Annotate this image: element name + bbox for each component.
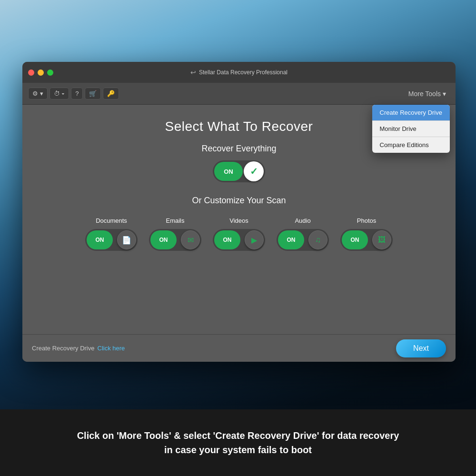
compare-editions-menu-item[interactable]: Compare Editions: [372, 137, 450, 153]
click-here-link[interactable]: Click here: [98, 345, 125, 352]
check-icon: ✓: [250, 166, 258, 177]
audio-toggle-thumb: ♫: [308, 230, 327, 249]
emails-toggle[interactable]: ON ✉: [149, 229, 201, 251]
audio-label: Audio: [295, 217, 310, 224]
documents-toggle-track: ON: [87, 230, 113, 249]
photos-toggle[interactable]: ON 🖼: [340, 229, 393, 251]
file-type-audio: Audio ON ♫: [277, 217, 329, 251]
videos-toggle[interactable]: ON ▶: [213, 229, 265, 251]
cart-button[interactable]: 🛒: [85, 88, 101, 99]
titlebar: ↩ Stellar Data Recovery Professional: [22, 62, 456, 83]
documents-toggle-thumb: 📄: [117, 230, 136, 249]
caption-line1: Click on 'More Tools' & select 'Create R…: [77, 430, 399, 441]
photos-label: Photos: [357, 217, 376, 224]
help-button[interactable]: ?: [71, 88, 83, 99]
email-icon: ✉: [188, 236, 194, 245]
toggle-on-track: ON: [214, 162, 243, 181]
page-title: Select What To Recover: [165, 119, 313, 134]
or-customize-label: Or Customize Your Scan: [192, 196, 286, 206]
more-tools-button[interactable]: More Tools ▾: [405, 88, 450, 99]
traffic-lights: [28, 69, 53, 76]
history-button[interactable]: ⏱ ▾: [50, 88, 69, 99]
photos-toggle-track: ON: [342, 230, 368, 249]
document-icon: 📄: [122, 236, 131, 245]
videos-label: Videos: [229, 217, 248, 224]
recover-everything-toggle[interactable]: ON ✓: [213, 160, 265, 182]
recovery-drive-footer: Create Recovery Drive Click here: [32, 345, 125, 352]
caption-bar: Click on 'More Tools' & select 'Create R…: [0, 409, 476, 476]
toggle-thumb: ✓: [244, 161, 264, 181]
back-arrow-icon: ↩: [190, 69, 196, 76]
file-type-videos: Videos ON ▶: [213, 217, 265, 251]
toolbar: ⚙ ▾ ⏱ ▾ ? 🛒 🔑 More Tools ▾: [22, 83, 456, 105]
photos-toggle-thumb: 🖼: [372, 230, 391, 249]
file-type-photos: Photos ON 🖼: [340, 217, 393, 251]
emails-label: Emails: [166, 217, 184, 224]
emails-toggle-track: ON: [150, 230, 177, 249]
create-recovery-drive-menu-item[interactable]: Create Recovery Drive: [372, 105, 450, 120]
recover-everything-label: Recover Everything: [201, 144, 276, 154]
app-window: ↩ Stellar Data Recovery Professional ⚙ ▾…: [22, 62, 456, 362]
caption-line2: in case your system fails to boot: [164, 445, 312, 455]
maximize-button[interactable]: [47, 69, 53, 76]
toggle-on-label: ON: [224, 168, 233, 175]
videos-toggle-track: ON: [214, 230, 240, 249]
recovery-drive-footer-text: Create Recovery Drive: [32, 345, 95, 352]
emails-toggle-thumb: ✉: [181, 230, 200, 249]
close-button[interactable]: [28, 69, 34, 76]
minimize-button[interactable]: [38, 69, 44, 76]
documents-toggle[interactable]: ON 📄: [85, 229, 138, 251]
video-icon: ▶: [251, 236, 257, 245]
window-title-area: ↩ Stellar Data Recovery Professional: [190, 69, 288, 76]
next-button[interactable]: Next: [396, 339, 446, 357]
key-button[interactable]: 🔑: [103, 88, 119, 99]
caption-text: Click on 'More Tools' & select 'Create R…: [77, 428, 399, 457]
more-tools-label: More Tools: [408, 90, 441, 98]
file-type-emails: Emails ON ✉: [149, 217, 201, 251]
monitor-drive-menu-item[interactable]: Monitor Drive: [372, 121, 450, 137]
more-tools-dropdown: Create Recovery Drive Monitor Drive Comp…: [372, 105, 450, 153]
bottom-bar: Create Recovery Drive Click here Next: [22, 334, 456, 362]
file-type-documents: Documents ON 📄: [85, 217, 138, 251]
videos-toggle-thumb: ▶: [245, 230, 264, 249]
toggle-switch[interactable]: ON ✓: [213, 160, 265, 182]
audio-icon: ♫: [315, 236, 321, 244]
audio-toggle-track: ON: [278, 230, 304, 249]
settings-button[interactable]: ⚙ ▾: [28, 88, 48, 99]
file-types-row: Documents ON 📄 Emails ON ✉: [85, 217, 393, 251]
documents-label: Documents: [96, 217, 127, 224]
audio-toggle[interactable]: ON ♫: [277, 229, 329, 251]
chevron-down-icon: ▾: [443, 90, 446, 98]
photos-icon: 🖼: [378, 236, 386, 244]
window-title: Stellar Data Recovery Professional: [199, 69, 288, 76]
